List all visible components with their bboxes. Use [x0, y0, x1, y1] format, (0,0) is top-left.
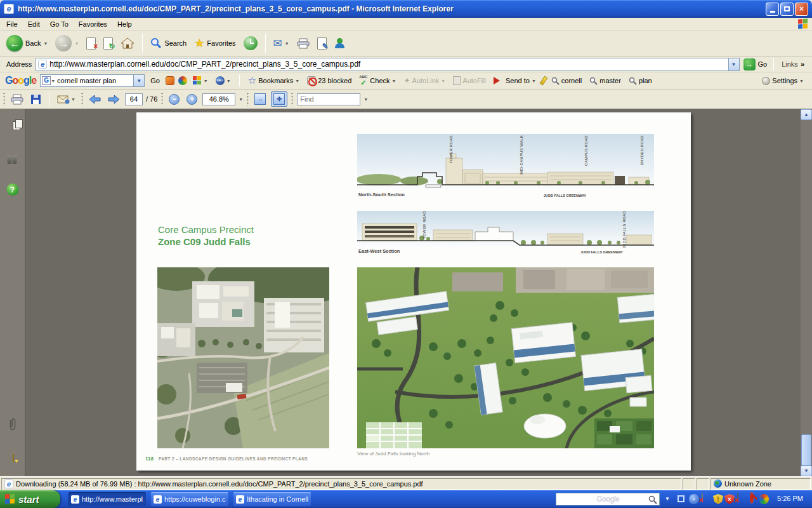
highlighter-icon[interactable] [539, 76, 547, 86]
status-message-panel: e Downloading (58.24 MB of 76.99 MB) : h… [1, 478, 681, 490]
deskband-restore-icon[interactable] [678, 495, 684, 502]
back-dropdown-icon[interactable]: ▼ [43, 41, 48, 46]
find-input[interactable] [297, 93, 360, 105]
address-dropdown-icon[interactable]: ▼ [728, 58, 739, 70]
pdf-toolbar: ▼ / 76 − + ▼ ↔ ✣ ▼ [0, 90, 812, 109]
pdf-print-button[interactable] [9, 91, 25, 107]
scroll-down-icon[interactable]: ▼ [801, 465, 812, 476]
comments-panel-icon[interactable] [13, 453, 14, 462]
task-button-masterplan[interactable]: e http://www.masterpl... [69, 492, 146, 506]
task-button-ithacating[interactable]: e Ithacating in Cornell ... [233, 492, 311, 506]
google-search-dropdown-icon[interactable]: ▼ [133, 75, 144, 86]
address-bar: Address e ▼ → Go Links » [0, 57, 812, 72]
minimize-button[interactable] [766, 3, 779, 16]
messenger-icon [334, 37, 346, 49]
popup-blocker-button[interactable]: 23 blocked [305, 76, 353, 86]
maximize-button[interactable] [780, 3, 794, 16]
back-button[interactable]: ← Back ▼ [4, 34, 50, 53]
refresh-icon: ↻ [103, 37, 113, 50]
news-icon[interactable] [166, 76, 174, 85]
history-button[interactable] [241, 35, 260, 51]
precinct-title: Core Campus Precinct [158, 224, 254, 235]
g-dropdown-icon[interactable]: ▼ [51, 79, 55, 83]
tray-collapse-icon[interactable]: ‹ [689, 494, 699, 504]
google-go-button[interactable]: Go [148, 76, 162, 85]
task-button-cuweblogin[interactable]: e https://cuweblogin.ci... [151, 492, 228, 506]
network-disabled-icon[interactable] [737, 493, 738, 502]
start-button[interactable]: start [0, 490, 60, 508]
menu-edit[interactable]: Edit [23, 19, 45, 29]
sendto-button[interactable]: Send to▼ [492, 76, 538, 85]
vertical-scrollbar[interactable]: ▲ ▼ [801, 109, 812, 476]
search-button[interactable]: Search [148, 36, 189, 50]
help-icon[interactable]: ? [6, 184, 18, 196]
google-search-box[interactable]: G ▼ ▼ [40, 74, 145, 87]
ie-icon: e [154, 495, 162, 504]
windows-logo-icon [798, 18, 808, 29]
extensions-button[interactable]: ▼ [191, 76, 210, 86]
address-field[interactable]: e ▼ [36, 58, 739, 71]
road-label: JUDD FALLS ROAD [622, 211, 626, 248]
email-icon [57, 95, 70, 104]
previous-page-button[interactable] [87, 91, 103, 107]
next-page-button[interactable] [106, 91, 122, 107]
links-menu[interactable]: Links » [776, 60, 809, 68]
refresh-button[interactable]: ↻ [101, 36, 115, 51]
google-search-input[interactable] [57, 77, 133, 84]
print-button[interactable] [294, 37, 312, 50]
menu-favorites[interactable]: Favorites [74, 19, 112, 29]
zoom-in-button[interactable]: + [185, 91, 199, 107]
term-button-master[interactable]: master [587, 76, 623, 86]
zoom-dropdown-icon[interactable]: ▼ [239, 97, 243, 102]
blocked-status-icon[interactable] [750, 492, 754, 504]
google-toolbar: Google G ▼ ▼ Go ▼ DELL ▼ ☆ Bookmarks▼ 23… [0, 72, 812, 90]
spellcheck-button[interactable]: ABC✓ Check▼ [357, 76, 398, 86]
deskband-dropdown-icon[interactable]: ▼ [665, 496, 670, 502]
pdf-save-button[interactable] [29, 91, 43, 107]
settings-button[interactable]: Settings▼ [760, 76, 806, 86]
page-number-input[interactable] [125, 93, 143, 105]
menu-help[interactable]: Help [112, 19, 137, 29]
fit-width-button[interactable]: ↔ [252, 91, 268, 107]
go-button[interactable]: → Go [743, 58, 768, 70]
fit-page-button[interactable]: ✣ [271, 91, 287, 107]
security-warning-icon[interactable]: ! [713, 494, 723, 504]
history-icon [244, 36, 258, 50]
edit-button[interactable]: ✎ [315, 36, 329, 51]
favorites-button[interactable]: ★ Favorites [192, 35, 238, 51]
google-desktop-icon[interactable] [759, 494, 769, 504]
security-alert-icon[interactable]: × [724, 494, 735, 504]
google-desktop-searchbox[interactable]: Google [556, 493, 660, 505]
clock[interactable]: 5:26 PM [777, 495, 803, 502]
search-panel-icon[interactable] [7, 155, 18, 164]
network-offline-icon[interactable] [702, 493, 703, 502]
dell-button[interactable]: DELL ▼ [214, 76, 233, 86]
address-input[interactable] [49, 60, 728, 69]
find-dropdown-icon[interactable]: ▼ [363, 97, 368, 102]
swirl-icon[interactable] [178, 76, 187, 85]
term-button-cornell[interactable]: cornell [549, 76, 584, 86]
pdf-page: TOWER ROAD MID-CAMPUS WALK CAMPUS ROAD D… [136, 112, 691, 471]
zoom-out-button[interactable]: − [167, 91, 181, 107]
menu-goto[interactable]: Go To [45, 19, 74, 29]
forward-button[interactable]: → ▼ [53, 34, 81, 53]
autofill-icon [453, 76, 461, 85]
messenger-button[interactable] [332, 36, 348, 50]
campus-render [357, 267, 654, 448]
menu-file[interactable]: File [1, 19, 23, 29]
bookmarks-button[interactable]: ☆ Bookmarks▼ [246, 74, 301, 87]
mail-dropdown-icon[interactable]: ▼ [285, 41, 289, 46]
zoom-level-input[interactable] [202, 93, 235, 105]
home-button[interactable] [118, 36, 137, 51]
scrollbar-thumb[interactable] [801, 434, 811, 465]
ie-window: e http://www.masterplan.cornell.edu/doc/… [0, 0, 812, 508]
stop-button[interactable]: × [84, 36, 98, 51]
section-caption: North-South Section [358, 192, 405, 197]
close-button[interactable]: × [795, 3, 808, 16]
ie-toolbar: ← Back ▼ → ▼ × ↻ Search ★ Favorites [0, 30, 812, 57]
mail-button[interactable]: ✉ ▼ [271, 36, 292, 51]
pdf-email-button[interactable]: ▼ [55, 91, 77, 107]
term-button-plan[interactable]: plan [627, 76, 654, 86]
attachments-paperclip-icon[interactable] [6, 418, 18, 432]
scroll-up-icon[interactable]: ▲ [801, 109, 812, 120]
